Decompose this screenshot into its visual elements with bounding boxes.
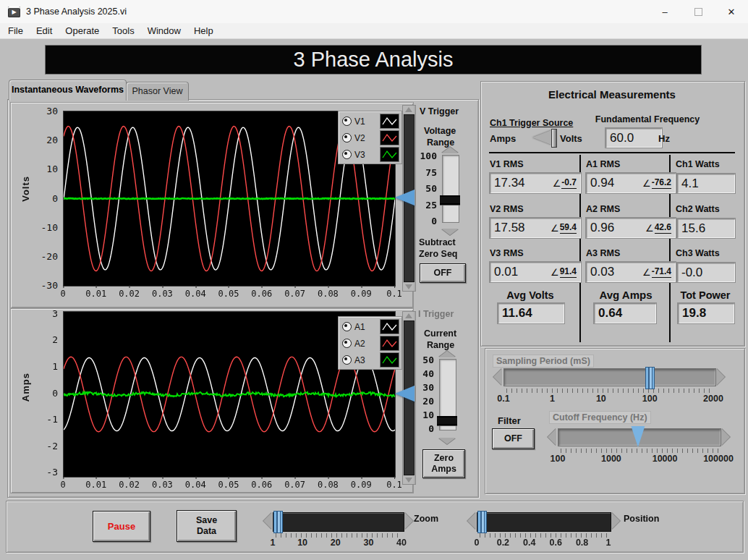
cutoff-frequency-ticks bbox=[561, 449, 718, 453]
slider-up-arrow-icon[interactable] bbox=[441, 147, 459, 153]
slider-up-arrow-icon[interactable] bbox=[438, 351, 456, 357]
i-trigger-cursor-icon[interactable] bbox=[395, 386, 415, 402]
a1-rms-label: A1 RMS bbox=[586, 159, 620, 169]
scroll-up-icon[interactable] bbox=[403, 106, 414, 114]
voltage-range-track[interactable] bbox=[442, 155, 459, 223]
close-button[interactable]: ✕ bbox=[715, 0, 748, 23]
cutoff-frequency-scale-tick-label: 10000 bbox=[653, 454, 678, 464]
voltage-range-scale: 1007550250 bbox=[415, 156, 437, 221]
legend-radio-icon[interactable] bbox=[342, 322, 352, 331]
window-titlebar: ▶ 3 Phase Analysis 2025.vi – ✕ bbox=[0, 0, 748, 23]
legend-radio-icon[interactable] bbox=[342, 339, 352, 348]
slider-left-arrow-icon[interactable] bbox=[467, 512, 476, 530]
current-range-scale-tick-label: 0 bbox=[428, 423, 434, 434]
scroll-down-icon[interactable] bbox=[403, 283, 414, 291]
minimize-button[interactable]: – bbox=[648, 0, 681, 23]
slider-down-arrow-icon[interactable] bbox=[438, 438, 456, 444]
maximize-button[interactable] bbox=[681, 0, 715, 23]
current-range-track[interactable] bbox=[439, 359, 456, 430]
v-trigger-cursor-icon[interactable] bbox=[395, 190, 415, 205]
amps-y-axis-tick-label: 1 bbox=[52, 360, 58, 371]
position-scale-tick-label: 0 bbox=[475, 538, 480, 548]
current-range-slider[interactable] bbox=[437, 351, 459, 444]
position-slider[interactable] bbox=[477, 512, 611, 532]
current-range-scale-tick-label: 10 bbox=[422, 410, 434, 420]
voltage-range-slider[interactable] bbox=[440, 147, 462, 235]
amps-legend: A1A2A3 bbox=[338, 316, 402, 370]
legend-radio-icon[interactable] bbox=[342, 133, 352, 143]
slider-right-arrow-icon[interactable] bbox=[404, 512, 413, 530]
filter-off-button[interactable]: OFF bbox=[492, 428, 535, 449]
menu-item-file[interactable]: File bbox=[1, 25, 30, 36]
legend-line-sample-icon[interactable] bbox=[380, 352, 399, 368]
menu-item-tools[interactable]: Tools bbox=[106, 25, 140, 36]
volts-y-axis-tick-label: 30 bbox=[46, 106, 58, 116]
ch1-watts-label: Ch1 Watts bbox=[676, 159, 720, 169]
volts-y-axis-tick-label: 0 bbox=[52, 192, 58, 203]
ch2-watts-value: 15.6 bbox=[676, 218, 736, 239]
zero-amps-button[interactable]: ZeroAmps bbox=[422, 449, 465, 478]
slider-down-arrow-icon[interactable] bbox=[441, 229, 459, 235]
position-thumb[interactable] bbox=[477, 511, 487, 533]
legend-item-a1[interactable]: A1 bbox=[342, 319, 399, 334]
menu-item-edit[interactable]: Edit bbox=[30, 25, 59, 36]
legend-line-sample-icon[interactable] bbox=[380, 114, 399, 129]
cutoff-frequency-thumb[interactable] bbox=[631, 426, 645, 447]
subtract-zero-seq-off-button[interactable]: OFF bbox=[420, 263, 466, 283]
sampling-period-thumb[interactable] bbox=[645, 367, 655, 389]
fundamental-frequency-label: Fundamental Frequency bbox=[579, 114, 716, 124]
volts-legend: V1V2V3 bbox=[338, 111, 402, 164]
slider-right-arrow-icon[interactable] bbox=[721, 428, 730, 446]
volts-y-axis-tick-label: -20 bbox=[41, 250, 58, 261]
legend-label: A3 bbox=[354, 355, 367, 365]
slider-left-arrow-icon[interactable] bbox=[493, 368, 502, 386]
tab-phasor-view[interactable]: Phasor View bbox=[126, 82, 189, 101]
legend-radio-icon[interactable] bbox=[342, 355, 352, 365]
measurements-title: Electrical Measurements bbox=[480, 88, 744, 101]
legend-line-sample-icon[interactable] bbox=[380, 147, 399, 162]
slider-right-arrow-icon[interactable] bbox=[611, 512, 620, 530]
tab-instantaneous-waveforms[interactable]: Instantaneous Waveforms bbox=[9, 80, 127, 101]
sampling-period-scale-tick-label: 0.1 bbox=[497, 394, 509, 404]
subtract-zero-seq-label-1: Subtract bbox=[419, 237, 456, 247]
save-data-button[interactable]: SaveData bbox=[177, 510, 237, 542]
voltage-range-thumb[interactable] bbox=[440, 195, 460, 205]
legend-item-v3[interactable]: V3 bbox=[342, 147, 399, 162]
menu-item-operate[interactable]: Operate bbox=[59, 25, 106, 36]
legend-item-v1[interactable]: V1 bbox=[342, 114, 399, 129]
legend-radio-icon[interactable] bbox=[342, 116, 352, 126]
fundamental-frequency-value[interactable]: 60.0 bbox=[605, 127, 663, 148]
legend-radio-icon[interactable] bbox=[342, 150, 352, 159]
scroll-down-icon[interactable] bbox=[403, 476, 414, 484]
voltage-range-scale-tick-label: 0 bbox=[431, 216, 437, 226]
trigger-source-switch-handle[interactable] bbox=[551, 129, 557, 148]
slider-right-arrow-icon[interactable] bbox=[716, 368, 725, 386]
pause-button[interactable]: Pause bbox=[93, 511, 150, 542]
sampling-period-slider[interactable] bbox=[503, 368, 716, 386]
current-range-thumb[interactable] bbox=[437, 416, 457, 425]
amps-x-axis-tick-label: 0 bbox=[60, 480, 65, 490]
cutoff-frequency-slider[interactable] bbox=[558, 428, 721, 446]
scroll-up-icon[interactable] bbox=[403, 312, 414, 320]
amps-y-axis-tick-label: -3 bbox=[46, 467, 58, 478]
zoom-thumb[interactable] bbox=[273, 511, 283, 533]
position-scale-tick-label: 0.4 bbox=[523, 538, 535, 548]
legend-item-a2[interactable]: A2 bbox=[342, 336, 399, 351]
trigger-source-switch-icon[interactable] bbox=[532, 130, 551, 145]
legend-line-sample-icon[interactable] bbox=[380, 336, 399, 351]
menu-item-window[interactable]: Window bbox=[141, 25, 187, 36]
position-scale: 00.20.40.60.81 bbox=[477, 538, 608, 548]
legend-item-v2[interactable]: V2 bbox=[342, 130, 399, 145]
legend-line-sample-icon[interactable] bbox=[380, 130, 399, 145]
legend-line-sample-icon[interactable] bbox=[380, 319, 399, 334]
slider-left-arrow-icon[interactable] bbox=[263, 512, 272, 530]
labview-app-icon: ▶ bbox=[8, 7, 20, 17]
zoom-slider[interactable] bbox=[273, 512, 404, 532]
slider-left-arrow-icon[interactable] bbox=[548, 428, 556, 446]
menu-item-help[interactable]: Help bbox=[187, 25, 220, 36]
zoom-scale-tick-label: 30 bbox=[363, 538, 373, 548]
ch3-watts-label: Ch3 Watts bbox=[676, 248, 720, 258]
voltage-range-scale-tick-label: 25 bbox=[425, 199, 437, 210]
legend-item-a3[interactable]: A3 bbox=[342, 352, 399, 368]
measurements-divider bbox=[489, 152, 735, 153]
